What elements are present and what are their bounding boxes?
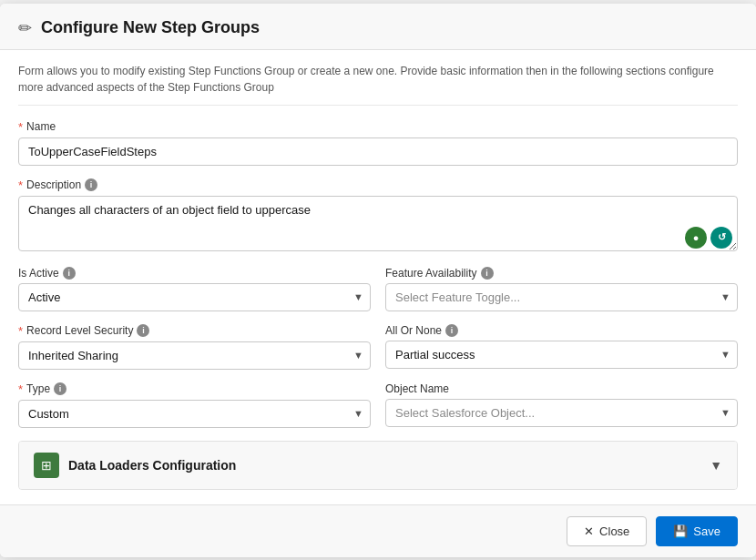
is-active-group: Is Active i Active Inactive ▼ bbox=[18, 267, 371, 311]
name-input[interactable] bbox=[18, 137, 738, 166]
is-active-label: Is Active i bbox=[18, 267, 371, 280]
type-info-icon[interactable]: i bbox=[54, 382, 66, 395]
type-group: * Type i Custom Standard ▼ bbox=[18, 382, 371, 428]
type-select-wrapper: Custom Standard ▼ bbox=[18, 400, 371, 428]
object-name-select-wrapper: Select Salesforce Object... ▼ bbox=[385, 399, 738, 427]
close-label: Close bbox=[599, 524, 629, 538]
feature-availability-select[interactable]: Select Feature Toggle... bbox=[385, 283, 738, 311]
name-group: * Name bbox=[18, 120, 738, 166]
section-title: Data Loaders Configuration bbox=[68, 458, 236, 473]
type-object-row: * Type i Custom Standard ▼ Object Name bbox=[18, 382, 738, 428]
save-button[interactable]: 💾 Save bbox=[656, 516, 738, 546]
active-feature-row: Is Active i Active Inactive ▼ Feature Av… bbox=[18, 267, 738, 311]
record-security-required-star: * bbox=[18, 324, 23, 338]
description-label: * Description i bbox=[18, 178, 738, 192]
type-required-star: * bbox=[18, 382, 23, 396]
all-or-none-select-wrapper: Partial success All or none ▼ bbox=[385, 341, 738, 369]
description-required-star: * bbox=[18, 178, 23, 192]
modal-header: ✏ Configure New Step Groups bbox=[0, 4, 756, 50]
record-security-select[interactable]: Inherited Sharing With Sharing Without S… bbox=[18, 341, 371, 370]
record-security-label-text: Record Level Security bbox=[26, 324, 133, 337]
section-icon-symbol: ⊞ bbox=[41, 458, 52, 473]
record-security-label: * Record Level Security i bbox=[18, 324, 371, 338]
all-or-none-label-text: All Or None bbox=[385, 324, 442, 337]
textarea-wrapper: ● ↺ bbox=[18, 196, 738, 254]
object-name-select[interactable]: Select Salesforce Object... bbox=[385, 399, 738, 427]
section-chevron-icon: ▼ bbox=[710, 458, 722, 473]
record-security-group: * Record Level Security i Inherited Shar… bbox=[18, 324, 371, 370]
modal-title: Configure New Step Groups bbox=[41, 18, 260, 37]
is-active-select-wrapper: Active Inactive ▼ bbox=[18, 283, 371, 311]
feature-availability-info-icon[interactable]: i bbox=[481, 267, 494, 280]
textarea-icons: ● ↺ bbox=[685, 227, 732, 249]
teal-badge-icon[interactable]: ↺ bbox=[710, 227, 732, 249]
object-name-label-text: Object Name bbox=[385, 382, 449, 395]
save-icon: 💾 bbox=[673, 524, 688, 538]
modal-footer: ✕ Close 💾 Save bbox=[0, 504, 756, 557]
name-row: * Name bbox=[18, 120, 738, 166]
object-name-group: Object Name Select Salesforce Object... … bbox=[385, 382, 738, 428]
type-label-text: Type bbox=[26, 382, 50, 395]
section-icon: ⊞ bbox=[34, 453, 59, 478]
record-security-info-icon[interactable]: i bbox=[137, 324, 149, 337]
feature-availability-group: Feature Availability i Select Feature To… bbox=[385, 267, 738, 311]
description-label-text: Description bbox=[26, 178, 81, 191]
all-or-none-label: All Or None i bbox=[385, 324, 738, 337]
type-select[interactable]: Custom Standard bbox=[18, 400, 371, 428]
record-security-select-wrapper: Inherited Sharing With Sharing Without S… bbox=[18, 341, 371, 370]
description-info-icon[interactable]: i bbox=[85, 178, 97, 191]
object-name-label: Object Name bbox=[385, 382, 738, 395]
form-description: Form allows you to modify existing Step … bbox=[18, 50, 738, 106]
type-label: * Type i bbox=[18, 382, 371, 396]
is-active-label-text: Is Active bbox=[18, 267, 59, 280]
description-row: * Description i ● ↺ bbox=[18, 178, 738, 254]
close-button[interactable]: ✕ Close bbox=[567, 516, 647, 546]
is-active-select[interactable]: Active Inactive bbox=[18, 283, 371, 311]
close-icon: ✕ bbox=[584, 524, 594, 538]
section-panel-left: ⊞ Data Loaders Configuration bbox=[34, 453, 236, 478]
configure-modal: ✏ Configure New Step Groups Form allows … bbox=[0, 4, 756, 557]
name-label-text: Name bbox=[26, 120, 56, 133]
feature-availability-select-wrapper: Select Feature Toggle... ▼ bbox=[385, 283, 738, 311]
green-badge-icon[interactable]: ● bbox=[685, 227, 707, 249]
data-loaders-section-header[interactable]: ⊞ Data Loaders Configuration ▼ bbox=[19, 442, 737, 489]
name-label: * Name bbox=[18, 120, 738, 134]
feature-availability-label-text: Feature Availability bbox=[385, 267, 477, 280]
description-textarea[interactable] bbox=[18, 196, 738, 251]
security-allornone-row: * Record Level Security i Inherited Shar… bbox=[18, 324, 738, 370]
all-or-none-select[interactable]: Partial success All or none bbox=[385, 341, 738, 369]
save-label: Save bbox=[693, 524, 720, 538]
description-group: * Description i ● ↺ bbox=[18, 178, 738, 254]
all-or-none-group: All Or None i Partial success All or non… bbox=[385, 324, 738, 370]
all-or-none-info-icon[interactable]: i bbox=[445, 324, 458, 337]
name-required-star: * bbox=[18, 120, 23, 134]
pencil-icon: ✏ bbox=[18, 18, 32, 38]
is-active-info-icon[interactable]: i bbox=[63, 267, 76, 280]
modal-body: Form allows you to modify existing Step … bbox=[0, 50, 756, 504]
data-loaders-section: ⊞ Data Loaders Configuration ▼ bbox=[18, 441, 738, 490]
feature-availability-label: Feature Availability i bbox=[385, 267, 738, 280]
